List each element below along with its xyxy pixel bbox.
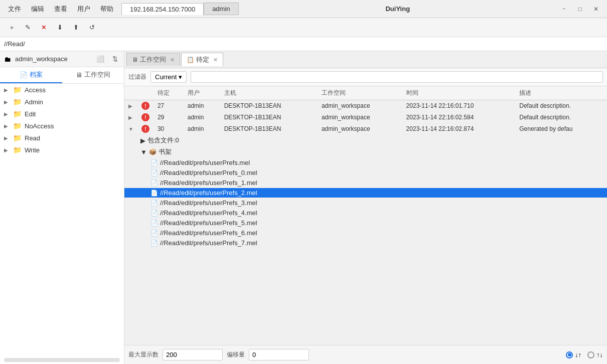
tab-files-label: 档案 [30, 70, 43, 79]
user-cell: admin [184, 123, 220, 135]
tab-pending-content[interactable]: 📋 待定 ✕ [181, 53, 223, 66]
col-desc[interactable]: 描述 [515, 86, 607, 100]
expand-icon[interactable]: ▶ [128, 103, 132, 109]
app-title: DuiYing [239, 5, 557, 13]
col-status [137, 86, 154, 100]
sidebar-item-admin[interactable]: ▶ 📁 Admin [0, 96, 124, 108]
error-icon: ! [141, 102, 149, 110]
tab-workspace[interactable]: 🖥 工作空间 [62, 67, 124, 83]
file-row-0[interactable]: 📄 //Read/edit/prefs/userPrefs.mel [124, 158, 607, 168]
menu-file[interactable]: 文件 [4, 3, 25, 16]
folder-icon: 📁 [13, 146, 22, 154]
sidebar-item-edit[interactable]: ▶ 📁 Edit [0, 108, 124, 120]
file-entry: 📄 //Read/edit/prefs/userPrefs_2.mel [128, 189, 603, 197]
file-icon: 📄 [150, 230, 158, 237]
workspace-tab-label: 工作空间 [140, 55, 166, 64]
sidebar-item-label: Write [25, 146, 40, 154]
upload-button[interactable]: ⬆ [68, 21, 83, 35]
col-host[interactable]: 主机 [220, 86, 318, 100]
menu-user[interactable]: 用户 [73, 3, 94, 16]
content-area: 🖥 工作空间 ✕ 📋 待定 ✕ 过滤器 Current ▾ [124, 51, 607, 364]
workspace-name: admin_workspace [15, 55, 90, 63]
workspace-sort-button[interactable]: ⇅ [110, 54, 120, 64]
sidebar-tabs: 📄 档案 🖥 工作空间 [0, 67, 124, 84]
col-workspace[interactable]: 工作空间 [318, 86, 402, 100]
workspace-new-button[interactable]: ⬜ [94, 54, 106, 64]
download-button[interactable]: ⬇ [52, 21, 67, 35]
error-icon: ! [141, 113, 149, 121]
expand-icon[interactable]: ▶ [128, 115, 132, 120]
col-user[interactable]: 用户 [184, 86, 220, 100]
file-row-3[interactable]: 📄 //Read/edit/prefs/userPrefs_2.mel [124, 188, 607, 198]
sidebar-item-access[interactable]: ▶ 📁 Access [0, 84, 124, 96]
workspace-icon: 🖥 [76, 71, 82, 79]
col-pending[interactable]: 待定 [154, 86, 184, 100]
bookshelf-folder-icon: 📦 [149, 148, 157, 155]
file-row-7[interactable]: 📄 //Read/edit/prefs/userPrefs_6.mel [124, 228, 607, 238]
host-cell: DESKTOP-1B13EAN [220, 112, 318, 123]
add-button[interactable]: ＋ [4, 21, 19, 35]
status-cell: ! [137, 100, 154, 112]
sidebar-item-write[interactable]: ▶ 📁 Write [0, 144, 124, 156]
file-row-2[interactable]: 📄 //Read/edit/prefs/userPrefs_1.mel [124, 178, 607, 188]
max-display-label: 最大显示数 [128, 350, 159, 359]
max-display-input[interactable] [163, 349, 223, 360]
sort-desc-radio[interactable]: ↑↓ [587, 351, 603, 358]
file-path: //Read/edit/prefs/userPrefs_0.mel [160, 169, 257, 176]
folder-icon: 📁 [13, 98, 22, 106]
file-icon: 📄 [150, 169, 158, 176]
status-cell: ! [137, 123, 154, 135]
tab-files[interactable]: 📄 档案 [0, 67, 62, 83]
window-controls: － □ ✕ [557, 4, 603, 15]
connection-tab-1[interactable]: 192.168.254.150:7000 [121, 3, 204, 15]
table-row[interactable]: ▶ ! 29 admin DESKTOP-1B13EAN admin_works… [124, 112, 607, 123]
expand-icon[interactable]: ▼ [128, 126, 133, 132]
expand-bookshelf-icon[interactable]: ▼ [140, 148, 147, 156]
menu-view[interactable]: 查看 [50, 3, 71, 16]
expand-cell[interactable]: ▶ [124, 112, 137, 123]
radio-filled-icon [566, 351, 573, 358]
sidebar-scrollbar[interactable] [4, 358, 120, 362]
workspace-tab-close[interactable]: ✕ [170, 57, 175, 63]
file-entry: 📄 //Read/edit/prefs/userPrefs_3.mel [128, 199, 603, 207]
expand-cell[interactable]: ▶ [124, 100, 137, 112]
arrow-icon: ▶ [4, 111, 10, 117]
sidebar-tree: ▶ 📁 Access ▶ 📁 Admin ▶ 📁 Edit ▶ 📁 NoAcce… [0, 84, 124, 356]
close-item-button[interactable]: ✕ [36, 21, 51, 35]
menu-edit[interactable]: 编辑 [27, 3, 48, 16]
file-entry: 📄 //Read/edit/prefs/userPrefs_6.mel [128, 229, 603, 237]
minimize-button[interactable]: － [557, 4, 571, 15]
table-header-row: 待定 用户 主机 工作空间 时间 描述 [124, 86, 607, 100]
pending-tab-close[interactable]: ✕ [213, 57, 218, 63]
sidebar-item-noaccess[interactable]: ▶ 📁 NoAccess [0, 120, 124, 132]
file-row-8[interactable]: 📄 //Read/edit/prefs/userPrefs_7.mel [124, 238, 607, 248]
expand-sub-icon[interactable]: ▶ [140, 137, 145, 144]
file-row-4[interactable]: 📄 //Read/edit/prefs/userPrefs_3.mel [124, 198, 607, 208]
close-button[interactable]: ✕ [589, 4, 603, 15]
sidebar-item-read[interactable]: ▶ 📁 Read [0, 132, 124, 144]
file-entry: 📄 //Read/edit/prefs/userPrefs_4.mel [128, 209, 603, 217]
table-row[interactable]: ▼ ! 30 admin DESKTOP-1B13EAN admin_works… [124, 123, 607, 135]
filter-search-input[interactable] [191, 71, 603, 83]
file-row-6[interactable]: 📄 //Read/edit/prefs/userPrefs_5.mel [124, 218, 607, 228]
menu-help[interactable]: 帮助 [96, 3, 117, 16]
file-icon: 📄 [150, 220, 158, 227]
table-row[interactable]: ▶ ! 27 admin DESKTOP-1B13EAN admin_works… [124, 100, 607, 112]
file-icon: 📄 [150, 240, 158, 247]
filter-select[interactable]: Current ▾ [150, 71, 187, 83]
col-time[interactable]: 时间 [402, 86, 516, 100]
folder-icon: 📁 [13, 134, 22, 142]
tab-workspace-content[interactable]: 🖥 工作空间 ✕ [126, 53, 180, 66]
edit-button[interactable]: ✎ [20, 21, 35, 35]
maximize-button[interactable]: □ [573, 4, 587, 15]
time-cell: 2023-11-14 22:16:02.584 [402, 112, 516, 123]
sort-asc-radio[interactable]: ↓↑ [566, 351, 581, 358]
connection-tab-2[interactable]: admin [204, 3, 238, 15]
file-row-1[interactable]: 📄 //Read/edit/prefs/userPrefs_0.mel [124, 168, 607, 178]
refresh-button[interactable]: ↺ [84, 21, 99, 35]
offset-input[interactable] [249, 349, 309, 360]
expand-cell[interactable]: ▼ [124, 123, 137, 135]
sidebar-item-label: Edit [25, 110, 36, 118]
file-path: //Read/edit/prefs/userPrefs.mel [160, 159, 250, 166]
file-row-5[interactable]: 📄 //Read/edit/prefs/userPrefs_4.mel [124, 208, 607, 218]
